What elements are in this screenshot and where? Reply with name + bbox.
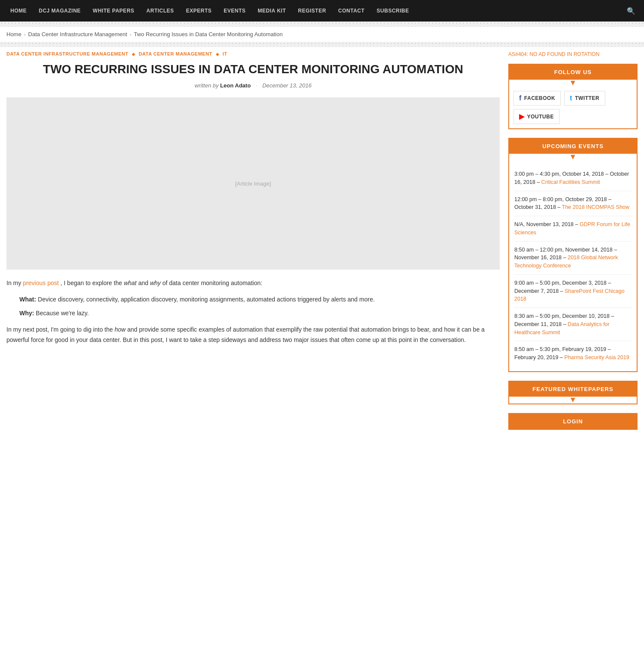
event-time: N/A, November 13, 2018 – (514, 221, 579, 227)
twitter-label: TWITTER (575, 95, 600, 101)
event-item: N/A, November 13, 2018 – GDPR Forum for … (514, 216, 632, 242)
breadcrumb-home[interactable]: Home (6, 31, 22, 37)
event-link[interactable]: Pharma Security Asia 2019 (564, 354, 629, 360)
nav-dcj-magazine[interactable]: DCJ MAGAZINE (33, 0, 87, 22)
what-body: Device discovery, connectivity, applicat… (38, 296, 375, 303)
category-tags: DATA CENTER INFRASTRUCTURE MANAGEMENT ◆ … (6, 51, 500, 56)
follow-us-arrow: ▼ (509, 79, 637, 87)
main-nav: HOME DCJ MAGAZINE WHITE PAPERS ARTICLES … (0, 0, 644, 22)
login-header[interactable]: LOGIN (509, 414, 637, 429)
how-italic: how (115, 326, 126, 333)
next-para-start: In my next post, I'm going to dig into t… (6, 326, 115, 333)
article-content: In my previous post , I began to explore… (6, 278, 500, 345)
featured-whitepapers-arrow: ▼ (509, 396, 637, 404)
article-section: DATA CENTER INFRASTRUCTURE MANAGEMENT ◆ … (6, 51, 500, 438)
why-block: Why: Because we're lazy. (19, 308, 491, 319)
sidebar: AS#404: NO AD FOUND IN ROTATION FOLLOW U… (508, 51, 638, 438)
byline-sep: · (256, 82, 258, 89)
article-title: TWO RECURRING ISSUES IN DATA CENTER MONI… (6, 62, 500, 77)
article-para-2: In my next post, I'm going to dig into t… (6, 325, 500, 345)
nav-register[interactable]: REGISTER (292, 0, 332, 22)
image-placeholder-text: [Article Image] (235, 180, 271, 187)
nav-subscribe[interactable]: SUBSCRIBE (370, 0, 415, 22)
twitter-icon: t (570, 94, 572, 102)
breadcrumb-sep-2: › (130, 32, 131, 37)
featured-whitepapers-header: FEATURED WHITEPAPERS (509, 382, 637, 397)
author-link[interactable]: Leon Adato (220, 82, 251, 89)
blockquote-section: What: Device discovery, connectivity, ap… (19, 295, 491, 319)
event-item: 9:00 am – 5:00 pm, December 3, 2018 – De… (514, 275, 632, 308)
login-widget: LOGIN (508, 413, 638, 430)
content-end: of data center monitoring automation: (162, 280, 262, 286)
event-item: 8:30 am – 5:00 pm, December 10, 2018 – D… (514, 308, 632, 341)
tag-sep-2: ◆ (216, 52, 219, 56)
tag-sep-1: ◆ (132, 52, 135, 56)
upcoming-events-header: UPCOMING EVENTS (509, 139, 637, 154)
nav-events[interactable]: EVENTS (218, 0, 252, 22)
what-italic: what (124, 280, 137, 286)
why-label: Why: (19, 310, 34, 317)
byline-prefix: written by (195, 82, 219, 89)
featured-whitepapers-widget: FEATURED WHITEPAPERS ▼ (508, 381, 638, 404)
event-item: 8:50 am – 12:00 pm, November 14, 2018 – … (514, 242, 632, 275)
what-block: What: Device discovery, connectivity, ap… (19, 295, 491, 305)
search-icon[interactable]: 🔍 (622, 7, 640, 15)
youtube-button[interactable]: ▶ YOUTUBE (513, 109, 560, 124)
social-grid: f FACEBOOK t TWITTER ▶ YOUTUBE (509, 87, 637, 128)
breadcrumb: Home › Data Center Infrastructure Manage… (0, 27, 644, 42)
facebook-icon: f (519, 94, 522, 102)
why-body: Because we're lazy. (36, 310, 89, 317)
decorative-strip (0, 22, 644, 27)
tag-dcm[interactable]: DATA CENTER MANAGEMENT (139, 51, 212, 56)
nav-media-kit[interactable]: MEDIA KIT (252, 0, 292, 22)
nav-white-papers[interactable]: WHITE PAPERS (87, 0, 140, 22)
nav-experts[interactable]: EXPERTS (180, 0, 218, 22)
breadcrumb-sep-1: › (24, 32, 26, 37)
event-item: 12:00 pm – 8:00 pm, October 29, 2018 – O… (514, 191, 632, 217)
follow-us-header: FOLLOW US (509, 65, 637, 80)
upcoming-events-widget: UPCOMING EVENTS ▼ 3:00 pm – 4:30 pm, Oct… (508, 138, 638, 372)
upcoming-events-arrow: ▼ (509, 153, 637, 161)
tag-dcim[interactable]: DATA CENTER INFRASTRUCTURE MANAGEMENT (6, 51, 128, 56)
nav-home[interactable]: HOME (4, 0, 33, 22)
breadcrumb-middle[interactable]: Data Center Infrastructure Management (28, 31, 127, 37)
youtube-label: YOUTUBE (527, 114, 554, 120)
events-list: 3:00 pm – 4:30 pm, October 14, 2018 – Oc… (509, 161, 637, 371)
what-label: What: (19, 296, 36, 303)
article-date: December 13, 2016 (262, 82, 311, 89)
why-italic: why (150, 280, 161, 286)
facebook-button[interactable]: f FACEBOOK (513, 91, 561, 106)
decorative-strip-2 (0, 42, 644, 47)
article-image: [Article Image] (6, 97, 500, 270)
youtube-icon: ▶ (519, 112, 525, 121)
event-link[interactable]: The 2018 INCOMPAS Show (562, 204, 629, 210)
content-after-link: , I began to explore the (60, 280, 124, 286)
ad-placeholder: AS#404: NO AD FOUND IN ROTATION (508, 51, 638, 57)
byline: written by Leon Adato · December 13, 201… (6, 82, 500, 89)
event-link[interactable]: Critical Facilities Summit (541, 179, 600, 185)
breadcrumb-current: Two Recurring Issues in Data Center Moni… (134, 31, 283, 37)
nav-contact[interactable]: CONTACT (332, 0, 370, 22)
and-text: and (138, 280, 150, 286)
previous-post-link[interactable]: previous post (23, 280, 59, 286)
facebook-label: FACEBOOK (524, 95, 555, 101)
content-intro: In my (6, 280, 21, 286)
main-wrapper: DATA CENTER INFRASTRUCTURE MANAGEMENT ◆ … (0, 47, 644, 443)
follow-us-widget: FOLLOW US ▼ f FACEBOOK t TWITTER ▶ YOUTU… (508, 64, 638, 129)
event-item: 3:00 pm – 4:30 pm, October 14, 2018 – Oc… (514, 166, 632, 191)
nav-articles[interactable]: ARTICLES (140, 0, 180, 22)
event-item: 8:50 am – 5:30 pm, February 19, 2019 – F… (514, 341, 632, 366)
twitter-button[interactable]: t TWITTER (564, 91, 605, 106)
tag-it[interactable]: IT (223, 51, 227, 56)
article-para-1: In my previous post , I began to explore… (6, 278, 500, 289)
